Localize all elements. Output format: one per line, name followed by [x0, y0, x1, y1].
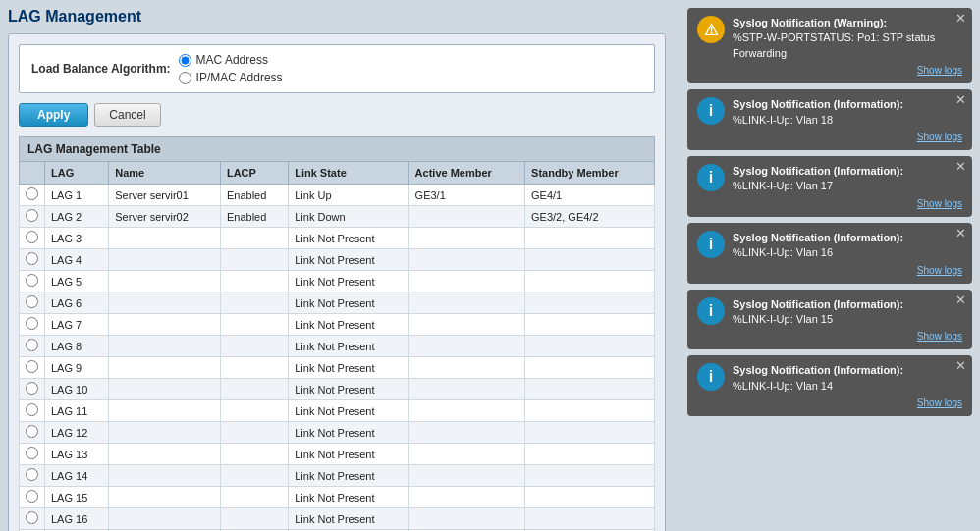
notification-icon: i	[697, 297, 725, 325]
main-panel: Load Balance Algorithm: MAC Address IP/M…	[8, 33, 666, 531]
table-row[interactable]: LAG 12 Link Not Present	[20, 422, 655, 444]
row-radio[interactable]	[26, 339, 38, 351]
notification-message: %LINK-I-Up: Vlan 16	[733, 246, 833, 258]
cell-standbymember	[525, 249, 655, 271]
table-row[interactable]: LAG 4 Link Not Present	[20, 249, 655, 271]
cell-lacp	[220, 379, 288, 400]
notification-card: ✕ i Syslog Notification (Information): %…	[687, 223, 972, 284]
cell-name	[109, 508, 221, 530]
row-select[interactable]	[20, 249, 45, 271]
radio-ipmac[interactable]	[179, 72, 191, 84]
notification-title: Syslog Notification (Information):	[733, 298, 903, 310]
notification-close[interactable]: ✕	[955, 93, 966, 106]
notification-show-logs[interactable]: Show logs	[697, 132, 962, 142]
cell-lacp	[220, 508, 288, 530]
table-row[interactable]: LAG 2 Server servir02 Enabled Link Down …	[20, 206, 655, 228]
row-radio[interactable]	[26, 425, 38, 438]
notification-show-logs[interactable]: Show logs	[697, 65, 962, 76]
cell-linkstate: Link Not Present	[289, 292, 408, 314]
notification-close[interactable]: ✕	[955, 227, 966, 239]
table-row[interactable]: LAG 9 Link Not Present	[20, 357, 655, 379]
notification-show-logs[interactable]: Show logs	[697, 398, 962, 408]
row-select[interactable]	[20, 206, 45, 228]
cell-name: Server servir02	[109, 206, 221, 228]
row-radio[interactable]	[26, 360, 38, 373]
row-radio[interactable]	[26, 252, 38, 265]
row-radio[interactable]	[26, 447, 38, 459]
cell-activemember	[408, 465, 524, 487]
table-row[interactable]: LAG 16 Link Not Present	[20, 508, 655, 530]
cell-name	[109, 292, 221, 314]
cell-standbymember	[525, 422, 655, 444]
table-row[interactable]: LAG 14 Link Not Present	[20, 465, 655, 487]
notification-card: ✕ i Syslog Notification (Information): %…	[687, 156, 972, 217]
cell-activemember	[408, 444, 524, 465]
radio-group: MAC Address IP/MAC Address	[179, 53, 283, 84]
cell-name	[109, 314, 221, 336]
col-activemember: Active Member	[408, 162, 524, 185]
notification-show-logs[interactable]: Show logs	[697, 198, 962, 209]
cell-activemember	[408, 271, 524, 292]
cell-lag: LAG 13	[45, 444, 109, 465]
notification-close[interactable]: ✕	[955, 359, 966, 372]
table-row[interactable]: LAG 11 Link Not Present	[20, 400, 655, 422]
table-row[interactable]: LAG 6 Link Not Present	[20, 292, 655, 314]
radio-mac-option[interactable]: MAC Address	[179, 53, 283, 67]
notification-close[interactable]: ✕	[955, 160, 966, 173]
row-radio[interactable]	[26, 295, 38, 308]
cell-linkstate: Link Not Present	[289, 379, 408, 400]
row-radio[interactable]	[26, 490, 38, 503]
table-row[interactable]: LAG 8 Link Not Present	[20, 336, 655, 357]
notification-text: Syslog Notification (Information): %LINK…	[733, 363, 962, 394]
row-radio[interactable]	[26, 187, 38, 200]
row-radio[interactable]	[26, 468, 38, 481]
notification-text: Syslog Notification (Warning): %STP-W-PO…	[733, 16, 962, 61]
row-select[interactable]	[20, 228, 45, 249]
row-select[interactable]	[20, 379, 45, 400]
apply-button[interactable]: Apply	[19, 103, 88, 127]
table-row[interactable]: LAG 10 Link Not Present	[20, 379, 655, 400]
row-select[interactable]	[20, 357, 45, 379]
notification-show-logs[interactable]: Show logs	[697, 331, 962, 342]
cell-standbymember	[525, 271, 655, 292]
cell-lacp	[220, 400, 288, 422]
row-radio[interactable]	[26, 382, 38, 395]
cell-linkstate: Link Not Present	[289, 249, 408, 271]
row-select[interactable]	[20, 185, 45, 206]
row-select[interactable]	[20, 271, 45, 292]
row-select[interactable]	[20, 465, 45, 487]
row-select[interactable]	[20, 336, 45, 357]
table-row[interactable]: LAG 5 Link Not Present	[20, 271, 655, 292]
radio-mac[interactable]	[179, 54, 191, 67]
row-select[interactable]	[20, 444, 45, 465]
row-select[interactable]	[20, 292, 45, 314]
row-radio[interactable]	[26, 403, 38, 416]
notification-show-logs[interactable]: Show logs	[697, 265, 962, 276]
table-row[interactable]: LAG 7 Link Not Present	[20, 314, 655, 336]
row-select[interactable]	[20, 422, 45, 444]
cancel-button[interactable]: Cancel	[94, 103, 160, 127]
notification-title: Syslog Notification (Information):	[733, 98, 903, 110]
row-select[interactable]	[20, 508, 45, 530]
cell-lag: LAG 3	[45, 228, 109, 249]
row-select[interactable]	[20, 314, 45, 336]
table-row[interactable]: LAG 3 Link Not Present	[20, 228, 655, 249]
notification-close[interactable]: ✕	[955, 293, 966, 306]
cell-lag: LAG 2	[45, 206, 109, 228]
row-select[interactable]	[20, 487, 45, 508]
row-select[interactable]	[20, 400, 45, 422]
row-radio[interactable]	[26, 231, 38, 243]
row-radio[interactable]	[26, 274, 38, 287]
cell-activemember	[408, 422, 524, 444]
table-row[interactable]: LAG 1 Server servir01 Enabled Link Up GE…	[20, 185, 655, 206]
cell-linkstate: Link Not Present	[289, 465, 408, 487]
table-row[interactable]: LAG 13 Link Not Present	[20, 444, 655, 465]
row-radio[interactable]	[26, 511, 38, 524]
radio-ipmac-option[interactable]: IP/MAC Address	[179, 71, 283, 84]
row-radio[interactable]	[26, 209, 38, 222]
notification-close[interactable]: ✕	[955, 12, 966, 25]
row-radio[interactable]	[26, 317, 38, 330]
cell-activemember	[408, 292, 524, 314]
page-wrapper: LAG Management Load Balance Algorithm: M…	[0, 0, 980, 531]
table-row[interactable]: LAG 15 Link Not Present	[20, 487, 655, 508]
